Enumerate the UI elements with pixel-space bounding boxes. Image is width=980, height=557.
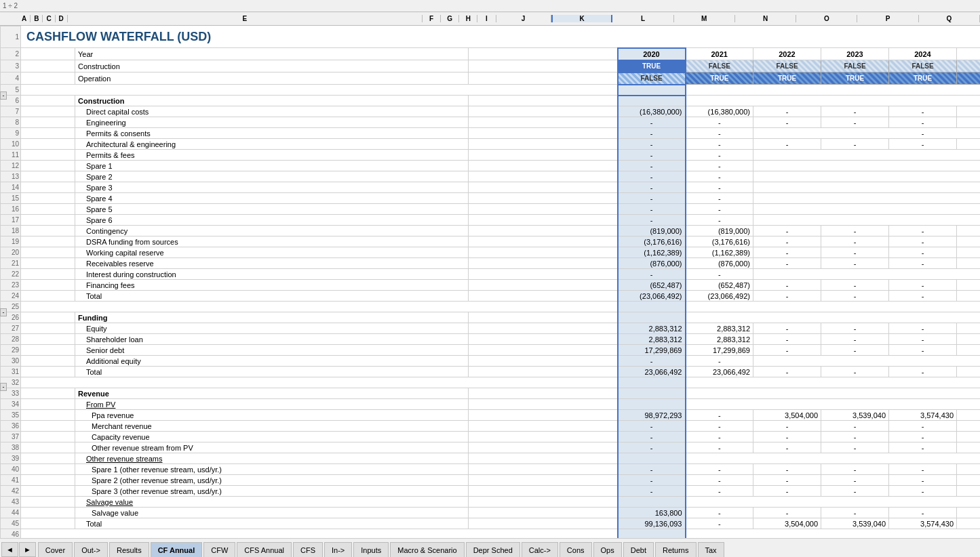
tab-depr-sched[interactable]: Depr Sched (466, 542, 520, 557)
r22-k[interactable]: - (618, 269, 686, 280)
r40-k[interactable]: - (618, 464, 686, 475)
row-13: 13 Spare 2 - - (1, 171, 981, 182)
r43-k[interactable] (618, 497, 686, 508)
r2-n: 2023 (821, 48, 889, 60)
r27-k[interactable]: 2,883,312 (618, 323, 686, 334)
row-num-7: 7 (1, 106, 21, 117)
r3-p-false: FALSE (957, 60, 981, 73)
tab-cf-annual[interactable]: CF Annual (151, 542, 203, 557)
r12-k[interactable]: - (618, 161, 686, 171)
row-25: 25 (1, 302, 981, 312)
row-2: 2 Year 2020 2021 2022 2023 2024 2025 202… (1, 48, 981, 60)
r16-k[interactable]: - (618, 204, 686, 215)
r10-m: - (753, 139, 821, 150)
r4-k-false[interactable]: FALSE (618, 73, 686, 85)
row-group-toggle-2[interactable]: - (0, 308, 7, 316)
tab-returns[interactable]: Returns (655, 542, 697, 557)
r2-k[interactable]: 2020 (618, 48, 686, 60)
row-28: 28 Shareholder loan 2,883,312 2,883,312 … (1, 334, 981, 345)
r14-k[interactable]: - (618, 182, 686, 193)
tab-macro-scenario[interactable]: Macro & Scenario (390, 542, 464, 557)
r3-fghij (469, 60, 618, 73)
tab-cfw[interactable]: CFW (203, 542, 235, 557)
col-header-M: M (674, 15, 735, 22)
r19-k[interactable]: (3,176,616) (618, 236, 686, 247)
r8-n: - (821, 117, 889, 128)
r44-k[interactable]: 163,800 (618, 508, 686, 518)
r32-k[interactable] (618, 377, 686, 388)
r45-k[interactable]: 99,136,093 (618, 518, 686, 529)
tab-cons[interactable]: Cons (560, 542, 592, 557)
tab-in[interactable]: In-> (324, 542, 352, 557)
tab-debt[interactable]: Debt (623, 542, 654, 557)
row-42: 42 Spare 3 (other revenue stream, usd/yr… (1, 486, 981, 497)
row-num-12: 12 (1, 161, 21, 171)
r46-k[interactable] (618, 529, 686, 539)
col-header-I: I (477, 15, 496, 22)
r3-n-false: FALSE (821, 60, 889, 73)
r13-k[interactable]: - (618, 171, 686, 182)
row-5: 5 (1, 85, 981, 96)
r5-k[interactable] (618, 85, 686, 96)
row-41: 41 Spare 2 (other revenue stream, usd/yr… (1, 475, 981, 486)
r2-label: Year (75, 48, 469, 60)
r4-m-true: TRUE (753, 73, 821, 85)
r25-k[interactable] (618, 302, 686, 312)
r33-k[interactable] (618, 388, 686, 399)
r7-k[interactable]: (16,380,000) (618, 106, 686, 117)
r41-k[interactable]: - (618, 475, 686, 486)
tab-cover[interactable]: Cover (38, 542, 73, 557)
r36-k[interactable]: - (618, 421, 686, 432)
row-num-1: 1 (1, 26, 21, 48)
row-15: 15 Spare 4 - - (1, 193, 981, 204)
r10-k[interactable]: - (618, 139, 686, 150)
tab-tax[interactable]: Tax (698, 542, 724, 557)
r28-k[interactable]: 2,883,312 (618, 334, 686, 345)
tab-scroll-left[interactable]: ◄ (1, 542, 18, 557)
tab-out[interactable]: Out-> (74, 542, 108, 557)
tab-cfs[interactable]: CFS (293, 542, 323, 557)
r9-k[interactable]: - (618, 128, 686, 139)
r17-k[interactable]: - (618, 215, 686, 226)
r21-k[interactable]: (876,000) (618, 258, 686, 269)
row-36: 36 Merchant revenue - - - - - - - (1, 421, 981, 432)
r30-k[interactable]: - (618, 356, 686, 367)
r24-k[interactable]: (23,066,492) (618, 291, 686, 302)
tab-cfs-annual[interactable]: CFS Annual (237, 542, 292, 557)
r23-k[interactable]: (652,487) (618, 280, 686, 291)
tab-ops[interactable]: Ops (593, 542, 622, 557)
r38-k[interactable]: - (618, 442, 686, 453)
r39-k[interactable] (618, 453, 686, 464)
r29-k[interactable]: 17,299,869 (618, 345, 686, 356)
tab-inputs[interactable]: Inputs (353, 542, 389, 557)
col-header-A: A (18, 15, 31, 22)
r7-m: - (753, 106, 821, 117)
r6-k[interactable] (618, 96, 686, 106)
r34-k[interactable] (618, 399, 686, 410)
r35-k[interactable]: 98,972,293 (618, 410, 686, 421)
row-40: 40 Spare 1 (other revenue stream, usd/yr… (1, 464, 981, 475)
tab-calc[interactable]: Calc-> (522, 542, 558, 557)
spreadsheet-table: 1 CASHFLOW WATERFALL (USD) 2 Year 2020 2… (0, 26, 980, 538)
row-24: 24 Total (23,066,492) (23,066,492) - - -… (1, 291, 981, 302)
r15-k[interactable]: - (618, 193, 686, 204)
row-group-toggle-1[interactable]: - (0, 91, 7, 100)
r8-k[interactable]: - (618, 117, 686, 128)
tab-results[interactable]: Results (109, 542, 149, 557)
r12-label: Spare 1 (75, 161, 469, 171)
r18-k[interactable]: (819,000) (618, 226, 686, 236)
r31-k[interactable]: 23,066,492 (618, 367, 686, 377)
r37-k[interactable]: - (618, 432, 686, 442)
r42-k[interactable]: - (618, 486, 686, 497)
r26-k[interactable] (618, 312, 686, 323)
r2-fghij (469, 48, 618, 60)
col-header-B: B (31, 15, 43, 22)
r20-k[interactable]: (1,162,389) (618, 247, 686, 258)
r11-k[interactable]: - (618, 150, 686, 161)
title-cell: CASHFLOW WATERFALL (USD) (21, 26, 981, 48)
r3-k-true[interactable]: TRUE (618, 60, 686, 73)
tab-scroll-right[interactable]: ► (19, 542, 36, 557)
row-group-toggle-3[interactable]: - (0, 383, 7, 391)
row-35: 35 Ppa revenue 98,972,293 - 3,504,000 3,… (1, 410, 981, 421)
col-header-K[interactable]: K (551, 15, 613, 22)
